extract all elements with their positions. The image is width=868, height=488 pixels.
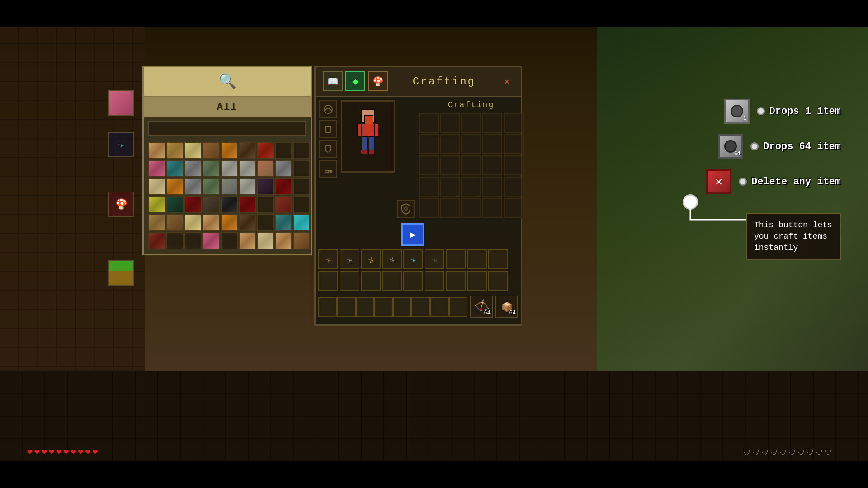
inv2-slot-3[interactable] (361, 271, 381, 291)
craft-slot-1-4[interactable] (504, 134, 524, 154)
item-crimson-fence[interactable] (275, 196, 292, 213)
inv2-slot-7[interactable] (446, 271, 466, 291)
item-teal[interactable] (166, 160, 184, 177)
item-oak-slab2[interactable] (275, 232, 292, 249)
craft-slot-2-2[interactable] (461, 155, 481, 175)
inv2-slot-5[interactable] (403, 271, 423, 291)
item-empty-10[interactable] (221, 232, 238, 249)
item-jungle-slab[interactable] (293, 232, 310, 249)
sidebar-item-selected[interactable] (108, 119, 134, 128)
mushroom-button[interactable]: 🍄 (368, 71, 388, 91)
item-oak-fence[interactable] (148, 214, 165, 231)
inv-netherite-sword[interactable]: ⚔ (425, 249, 444, 269)
item-white-wool[interactable] (148, 178, 165, 195)
item-gravel[interactable] (239, 178, 256, 195)
hotbar-slot-3[interactable] (356, 297, 374, 317)
hotbar-slot-7[interactable] (430, 297, 449, 317)
item-cyan-fence[interactable] (293, 214, 310, 231)
craft-slot-0-1[interactable] (440, 113, 460, 133)
item-netherrack[interactable] (184, 196, 202, 213)
item-soul-sand[interactable] (203, 196, 220, 213)
hotbar-slot-4[interactable] (374, 297, 393, 317)
item-blackstone[interactable] (257, 178, 274, 195)
inv2-slot-8[interactable] (467, 271, 487, 291)
hotbar-slot-6[interactable] (411, 297, 430, 317)
inv-slot-9[interactable] (488, 249, 508, 269)
craft-slot-2-3[interactable] (482, 155, 502, 175)
inv2-slot-1[interactable] (318, 271, 338, 291)
drop1-button[interactable]: 1 (724, 99, 750, 124)
item-smooth-stone[interactable] (275, 160, 292, 177)
sidebar-item-empty[interactable] (108, 161, 134, 188)
item-oak-planks[interactable] (148, 142, 165, 159)
item-jungle-fence[interactable] (203, 214, 220, 231)
sidebar-item-mushroom[interactable]: 🍄 (108, 192, 134, 217)
drop64-button[interactable]: 64 (718, 134, 743, 159)
item-pink-block[interactable] (203, 232, 220, 249)
item-empty-8[interactable] (166, 232, 184, 249)
craft-slot-0-4[interactable] (504, 113, 524, 133)
craft-slot-4-4[interactable] (504, 198, 524, 218)
craft-slot-2-0[interactable] (419, 155, 439, 175)
inv2-slot-4[interactable] (382, 271, 402, 291)
item-mossy-brick[interactable] (203, 178, 220, 195)
item-warped-fence[interactable] (275, 214, 292, 231)
item-birch-fence[interactable] (184, 214, 202, 231)
item-empty-3[interactable] (293, 160, 310, 177)
craft-slot-0-0[interactable] (419, 113, 439, 133)
item-red-fence[interactable] (148, 232, 165, 249)
sidebar-item-sword[interactable]: ⚔ (108, 132, 134, 157)
item-empty-5[interactable] (257, 196, 274, 213)
craft-slot-4-1[interactable] (440, 198, 460, 218)
item-acacia-fence[interactable] (221, 214, 238, 231)
craft-slot-3-0[interactable] (419, 177, 439, 197)
item-beige-slab[interactable] (257, 232, 274, 249)
item-cobble[interactable] (221, 178, 238, 195)
item-orange-wool[interactable] (166, 178, 184, 195)
item-dark-oak-fence[interactable] (239, 214, 256, 231)
item-dark-oak-planks[interactable] (239, 142, 256, 159)
inv-slot-8[interactable] (467, 249, 487, 269)
item-red-sandstone[interactable] (275, 178, 292, 195)
item-empty-9[interactable] (184, 232, 202, 249)
hotbar-slot-2[interactable] (337, 297, 355, 317)
shield-slot[interactable] (397, 200, 415, 218)
inv-diamond-sword[interactable]: ⚔ (403, 249, 423, 269)
item-empty-1[interactable] (275, 142, 292, 159)
item-empty-4[interactable] (293, 178, 310, 195)
craft-slot-3-4[interactable] (504, 177, 524, 197)
craft-slot-3-3[interactable] (482, 177, 502, 197)
inv-stone-sword[interactable]: ⚔ (340, 249, 359, 269)
item-andesite[interactable] (221, 160, 238, 177)
item-diorite[interactable] (239, 160, 256, 177)
item-yellow[interactable] (148, 196, 165, 213)
item-black-concrete[interactable] (221, 196, 238, 213)
craft-slot-4-3[interactable] (482, 198, 502, 218)
item-pink[interactable] (148, 160, 165, 177)
category-row[interactable]: All (144, 97, 311, 117)
book-button[interactable]: 📖 (323, 71, 343, 91)
item-granite[interactable] (257, 160, 274, 177)
helmet-slot[interactable] (319, 100, 337, 118)
item-empty-6[interactable] (293, 196, 310, 213)
delete-button[interactable]: ✕ (706, 169, 731, 194)
inv-gold-sword[interactable]: ⚔ (361, 249, 381, 269)
leggings-slot[interactable] (319, 140, 337, 158)
result-item-slot[interactable]: 📦 64 (495, 296, 518, 318)
craft-slot-1-1[interactable] (440, 134, 460, 154)
item-crimson-planks[interactable] (257, 142, 274, 159)
item-red-concrete[interactable] (239, 196, 256, 213)
chestplate-slot[interactable] (319, 120, 337, 138)
search-bar[interactable] (148, 121, 306, 136)
sidebar-item-pink[interactable] (108, 90, 134, 116)
close-button[interactable]: ✕ (500, 74, 514, 89)
instant-craft-button[interactable]: ▶ (401, 223, 424, 246)
item-stone-brick[interactable] (184, 178, 202, 195)
item-dark-teal[interactable] (166, 196, 184, 213)
craft-slot-3-1[interactable] (440, 177, 460, 197)
item-stone[interactable] (184, 160, 202, 177)
inv-slot-7[interactable] (446, 249, 466, 269)
craft-slot-1-2[interactable] (461, 134, 481, 154)
recipe-button[interactable]: ◆ (345, 71, 365, 91)
inv2-slot-6[interactable] (425, 271, 444, 291)
